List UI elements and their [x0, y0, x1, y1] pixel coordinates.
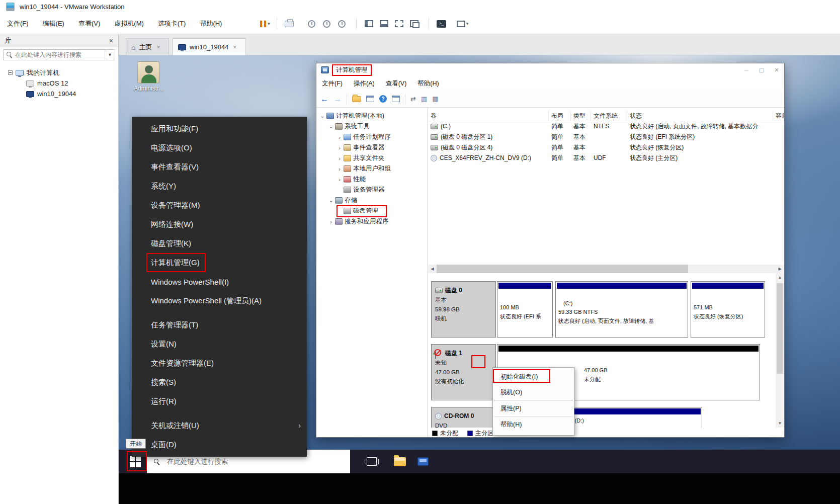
mmc-menu-view[interactable]: 查看(V) — [380, 79, 412, 88]
volume-row-partition1[interactable]: (磁盘 0 磁盘分区 1) 简单 基本 状态良好 (EFI 系统分区) — [428, 132, 784, 142]
tree-node-performance[interactable]: ›性能 — [316, 174, 428, 185]
menu-item-offline[interactable]: 脱机(O) — [493, 385, 574, 400]
properties-window-icon[interactable] — [392, 96, 400, 102]
column-capacity[interactable]: 容量 — [773, 111, 784, 121]
check-disk-icon[interactable]: ▥ — [421, 95, 427, 103]
expander-icon[interactable]: › — [328, 219, 334, 225]
thumbnail-bar-icon[interactable] — [376, 16, 391, 31]
mmc-menu-file[interactable]: 文件(F) — [316, 79, 348, 88]
disk-management-taskbar-button[interactable] — [411, 450, 435, 473]
disk0-label[interactable]: 磁盘 0 基本 59.98 GB 联机 — [431, 281, 496, 338]
forward-icon[interactable]: → — [333, 95, 342, 103]
menu-item-network-connections[interactable]: 网络连接(W) — [132, 215, 307, 234]
suspend-button[interactable]: ▾ — [257, 16, 272, 31]
tab-close-icon[interactable]: × — [233, 44, 236, 51]
fullscreen-icon[interactable]: ▾ — [455, 16, 470, 31]
search-dropdown-icon[interactable]: ▼ — [105, 50, 115, 60]
expander-icon[interactable]: › — [337, 155, 343, 161]
file-explorer-button[interactable] — [388, 450, 411, 473]
volume-row-partition4[interactable]: (磁盘 0 磁盘分区 4) 简单 基本 状态良好 (恢复分区) — [428, 142, 784, 153]
mmc-menu-action[interactable]: 操作(A) — [348, 79, 380, 88]
column-layout[interactable]: 布局 — [549, 111, 571, 121]
menu-help[interactable]: 帮助(H) — [193, 14, 229, 34]
tree-node-disk-management[interactable]: 磁盘管理 — [316, 206, 428, 216]
menu-item-apps-features[interactable]: 应用和功能(F) — [132, 119, 307, 138]
menu-tabs[interactable]: 选项卡(T) — [151, 14, 193, 34]
scroll-right-icon[interactable]: ▶ — [776, 265, 784, 273]
task-view-button[interactable] — [360, 450, 383, 473]
menu-item-system[interactable]: 系统(Y) — [132, 177, 307, 196]
tree-node-event-viewer[interactable]: ›事件查看器 — [316, 142, 428, 153]
back-icon[interactable]: ← — [320, 95, 328, 103]
menu-file[interactable]: 文件(F) — [0, 14, 36, 34]
menu-item-file-explorer[interactable]: 文件资源管理器(E) — [132, 354, 307, 373]
help-icon[interactable]: ? — [379, 95, 387, 103]
menu-item-desktop[interactable]: 桌面(D) — [132, 435, 307, 454]
volume-row-c[interactable]: (C:) 简单 基本 NTFS 状态良好 (启动, 页面文件, 故障转储, 基本… — [428, 121, 784, 132]
collapse-icon[interactable] — [8, 70, 13, 75]
tree-node-device-manager[interactable]: 设备管理器 — [316, 185, 428, 195]
menu-item-power-options[interactable]: 电源选项(O) — [132, 138, 307, 157]
menu-item-powershell-admin[interactable]: Windows PowerShell (管理员)(A) — [132, 291, 307, 310]
tab-close-icon[interactable]: × — [156, 44, 160, 51]
menu-item-powershell[interactable]: Windows PowerShell(I) — [132, 272, 307, 291]
cdrom-label[interactable]: CD-ROM 0 DVD — [431, 407, 496, 428]
scroll-down-icon[interactable]: ▼ — [776, 419, 784, 428]
library-toggle-icon[interactable] — [361, 16, 376, 31]
disk0-partition-recovery[interactable]: 571 MB 状态良好 (恢复分区) — [691, 281, 765, 338]
horizontal-scrollbar[interactable]: ◀ ▶ — [428, 265, 784, 273]
refresh-icon[interactable]: ⇄ — [410, 95, 416, 103]
snapshot-manage-icon[interactable] — [334, 16, 349, 31]
scrollbar-thumb[interactable] — [777, 283, 783, 374]
desktop-icon-administrator[interactable]: Administr... — [134, 61, 163, 92]
expander-icon[interactable]: › — [337, 177, 343, 183]
layout-grid-icon[interactable]: ▦ — [432, 95, 438, 103]
maximize-icon[interactable]: ▢ — [754, 67, 769, 73]
menu-item-search[interactable]: 搜索(S) — [132, 373, 307, 392]
expander-icon[interactable]: › — [337, 145, 343, 151]
menu-item-run[interactable]: 运行(R) — [132, 392, 307, 411]
up-folder-icon[interactable] — [352, 96, 361, 102]
minimize-icon[interactable]: ─ — [739, 67, 754, 73]
tree-node-system-tools[interactable]: ⌄系统工具 — [316, 121, 428, 132]
terminal-icon[interactable]: >_ — [434, 16, 449, 31]
column-status[interactable]: 状态 — [627, 111, 773, 121]
mmc-menu-help[interactable]: 帮助(H) — [412, 79, 444, 88]
expander-icon[interactable]: ⌄ — [319, 113, 325, 119]
expander-icon[interactable]: › — [337, 166, 343, 172]
menu-item-shutdown-signout[interactable]: 关机或注销(U) › — [132, 416, 307, 435]
library-node-win10-19044[interactable]: win10_19044 — [0, 89, 118, 99]
snapshot-revert-icon[interactable] — [319, 16, 334, 31]
suspend-dropdown-icon[interactable]: ▾ — [268, 21, 270, 26]
tree-node-task-scheduler[interactable]: ›任务计划程序 — [316, 132, 428, 142]
library-node-macos12[interactable]: macOS 12 — [0, 78, 118, 89]
library-search-input[interactable] — [15, 51, 105, 58]
column-filesystem[interactable]: 文件系统 — [591, 111, 627, 121]
menu-item-device-manager[interactable]: 设备管理器(M) — [132, 196, 307, 215]
menu-item-disk-management[interactable]: 磁盘管理(K) — [132, 234, 307, 253]
tree-node-local-users-groups[interactable]: ›本地用户和组 — [316, 163, 428, 174]
library-close-icon[interactable]: × — [109, 37, 113, 45]
tree-node-computer-management-local[interactable]: ⌄计算机管理(本地) — [316, 111, 428, 121]
column-type[interactable]: 类型 — [571, 111, 591, 121]
disk1-label[interactable]: 磁盘 1 未知 47.00 GB 没有初始化 — [431, 344, 496, 400]
tree-node-services-applications[interactable]: ›服务和应用程序 — [316, 216, 428, 227]
disk0-partition-c[interactable]: (C:) 59.33 GB NTFS 状态良好 (启动, 页面文件, 故障转储,… — [555, 281, 688, 338]
close-icon[interactable]: ✕ — [769, 67, 784, 73]
scrollbar-thumb[interactable] — [437, 265, 688, 273]
column-volume[interactable]: 卷 — [428, 111, 549, 121]
expander-icon[interactable]: ⌄ — [328, 197, 334, 204]
taskbar-search-input[interactable] — [167, 458, 350, 465]
menu-item-settings[interactable]: 设置(N) — [132, 334, 307, 354]
unity-mode-icon[interactable] — [406, 16, 422, 31]
expander-icon[interactable]: ⌄ — [328, 123, 334, 130]
console-view-icon[interactable] — [391, 16, 406, 31]
snapshot-take-icon[interactable] — [304, 16, 319, 31]
ctrl-alt-del-icon[interactable] — [282, 16, 297, 31]
menu-vm[interactable]: 虚拟机(M) — [107, 14, 151, 34]
scroll-left-icon[interactable]: ◀ — [428, 265, 437, 273]
menu-view[interactable]: 查看(V) — [71, 14, 107, 34]
window-view-icon[interactable] — [366, 96, 374, 102]
menu-item-event-viewer[interactable]: 事件查看器(V) — [132, 157, 307, 177]
vertical-scrollbar[interactable]: ▲ ▼ — [776, 273, 784, 428]
